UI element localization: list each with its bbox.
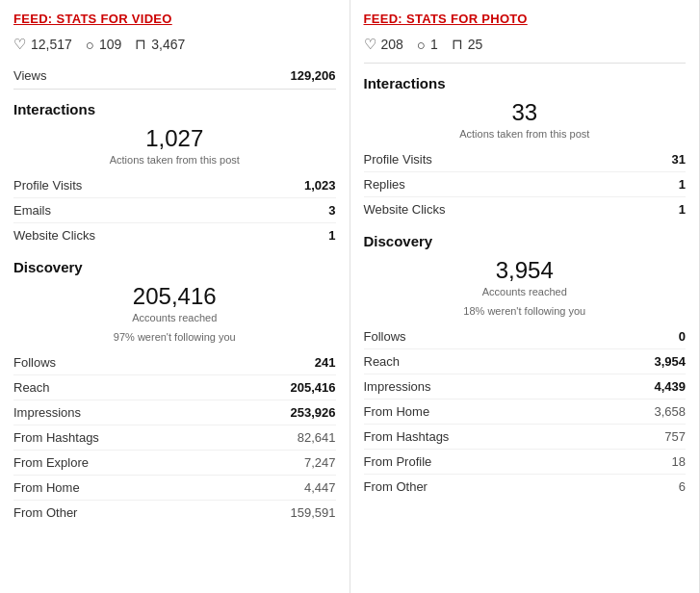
video-engagement-row: ♡ 12,517 ○ 109 ⊓ 3,467 — [13, 36, 336, 53]
photo-interactions-count: 33 — [364, 99, 687, 126]
video-saves-count: 3,467 — [151, 37, 185, 52]
photo-interaction-items: Profile Visits 31 Replies 1 Website Clic… — [364, 147, 687, 221]
video-discovery-sub1: Accounts reached — [13, 312, 336, 323]
stat-row: From Home 4,447 — [13, 476, 336, 501]
stat-row: Impressions 4,439 — [364, 374, 687, 400]
stat-row: Website Clicks 1 — [13, 223, 336, 247]
stat-row: Profile Visits 31 — [364, 147, 687, 172]
video-interaction-items: Profile Visits 1,023 Emails 3 Website Cl… — [13, 173, 336, 247]
photo-panel-title: FEED: STATS FOR PHOTO — [364, 12, 687, 26]
photo-likes-count: 208 — [381, 37, 403, 52]
video-interactions-count: 1,027 — [13, 125, 336, 152]
video-comments: ○ 109 — [86, 37, 121, 53]
photo-interactions-title: Interactions — [364, 75, 687, 91]
bookmark-icon: ⊓ — [135, 36, 146, 53]
stat-row: Follows 0 — [364, 324, 687, 349]
photo-comments: ○ 1 — [417, 37, 438, 53]
comment-icon: ○ — [86, 37, 94, 53]
video-panel-title: FEED: STATS FOR VIDEO — [13, 12, 336, 26]
heart-icon: ♡ — [364, 36, 376, 53]
stat-row: From Profile 18 — [364, 450, 687, 475]
photo-discovery-items: Follows 0 Reach 3,954 Impressions 4,439 … — [364, 324, 687, 499]
views-label: Views — [13, 68, 46, 83]
stat-row: From Hashtags 82,641 — [13, 425, 336, 451]
video-saves: ⊓ 3,467 — [135, 36, 185, 53]
stat-row: Reach 205,416 — [13, 375, 336, 400]
stat-row: Follows 241 — [13, 350, 336, 375]
stat-row: Profile Visits 1,023 — [13, 173, 336, 198]
photo-interactions-sub: Actions taken from this post — [364, 128, 687, 140]
video-interactions-sub: Actions taken from this post — [13, 154, 336, 166]
video-panel: FEED: STATS FOR VIDEO ♡ 12,517 ○ 109 ⊓ 3… — [0, 0, 350, 593]
photo-discovery-sub1: Accounts reached — [364, 286, 687, 297]
video-discovery-sub2: 97% weren't following you — [13, 331, 336, 343]
views-value: 129,206 — [291, 68, 336, 83]
photo-comments-count: 1 — [430, 37, 438, 52]
video-discovery-items: Follows 241 Reach 205,416 Impressions 25… — [13, 350, 336, 525]
video-comments-count: 109 — [99, 37, 121, 52]
video-discovery-title: Discovery — [13, 259, 336, 275]
stat-row: Replies 1 — [364, 172, 687, 197]
stat-row: From Other 6 — [364, 475, 687, 499]
heart-icon: ♡ — [13, 36, 26, 53]
stat-row: From Other 159,591 — [13, 501, 336, 525]
photo-discovery-title: Discovery — [364, 233, 687, 249]
photo-discovery-sub2: 18% weren't following you — [364, 305, 687, 317]
bookmark-icon: ⊓ — [452, 36, 463, 53]
stat-row: Emails 3 — [13, 198, 336, 223]
video-likes-count: 12,517 — [31, 37, 72, 52]
photo-saves-count: 25 — [468, 37, 483, 52]
stat-row: From Hashtags 757 — [364, 425, 687, 450]
video-discovery-count: 205,416 — [13, 283, 336, 310]
divider — [364, 63, 687, 64]
video-views-row: Views 129,206 — [13, 63, 336, 90]
photo-saves: ⊓ 25 — [452, 36, 483, 53]
stat-row: From Home 3,658 — [364, 400, 687, 425]
stat-row: Website Clicks 1 — [364, 197, 687, 221]
photo-panel: FEED: STATS FOR PHOTO ♡ 208 ○ 1 ⊓ 25 Int… — [350, 0, 701, 593]
stat-row: Reach 3,954 — [364, 349, 687, 374]
stat-row: Impressions 253,926 — [13, 400, 336, 425]
comment-icon: ○ — [417, 37, 426, 53]
photo-engagement-row: ♡ 208 ○ 1 ⊓ 25 — [364, 36, 687, 53]
stat-row: From Explore 7,247 — [13, 451, 336, 476]
video-interactions-title: Interactions — [13, 101, 336, 117]
photo-discovery-count: 3,954 — [364, 257, 687, 284]
video-likes: ♡ 12,517 — [13, 36, 72, 53]
photo-likes: ♡ 208 — [364, 36, 403, 53]
